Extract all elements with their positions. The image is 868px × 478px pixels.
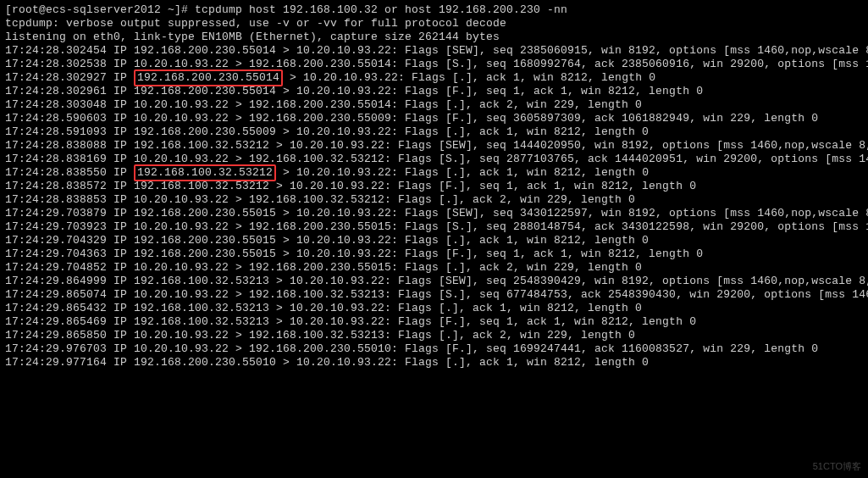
- terminal-line: 17:24:29.703879 IP 192.168.200.230.55015…: [5, 207, 863, 220]
- terminal-line: 17:24:28.838572 IP 192.168.100.32.53212 …: [5, 180, 863, 193]
- terminal-line: 17:24:29.865469 IP 192.168.100.32.53213 …: [5, 315, 863, 329]
- terminal-line: 17:24:28.838088 IP 192.168.100.32.53212 …: [5, 139, 863, 153]
- highlighted-host-port: 192.168.100.32.53212: [134, 164, 276, 181]
- line-prefix: 17:24:28.302927 IP: [5, 71, 134, 84]
- terminal-line: 17:24:28.591093 IP 192.168.200.230.55009…: [5, 125, 863, 139]
- terminal-line: 17:24:29.703923 IP 10.20.10.93.22 > 192.…: [5, 220, 863, 234]
- terminal-line: 17:24:28.838550 IP 192.168.100.32.53212 …: [5, 166, 863, 180]
- watermark: 51CTO博客: [813, 459, 861, 473]
- line-suffix: > 10.20.10.93.22: Flags [.], ack 1, win …: [276, 166, 649, 179]
- terminal-line: 17:24:29.704363 IP 192.168.200.230.55015…: [5, 247, 863, 261]
- terminal-line: 17:24:28.590603 IP 10.20.10.93.22 > 192.…: [5, 112, 863, 125]
- terminal-line: tcpdump: verbose output suppressed, use …: [5, 17, 863, 31]
- terminal-line: 17:24:28.302961 IP 192.168.200.230.55014…: [5, 85, 863, 98]
- terminal-line: [root@ecs-sqlserver2012 ~]# tcpdump host…: [5, 3, 863, 17]
- terminal-line: listening on eth0, link-type EN10MB (Eth…: [5, 31, 863, 44]
- terminal-line: 17:24:28.302927 IP 192.168.200.230.55014…: [5, 71, 863, 85]
- terminal-line: 17:24:28.838853 IP 10.20.10.93.22 > 192.…: [5, 193, 863, 207]
- terminal-line: 17:24:28.302454 IP 192.168.200.230.55014…: [5, 44, 863, 58]
- line-suffix: > 10.20.10.93.22: Flags [.], ack 1, win …: [283, 71, 655, 84]
- terminal-line: 17:24:29.865074 IP 10.20.10.93.22 > 192.…: [5, 288, 863, 302]
- terminal-output[interactable]: [root@ecs-sqlserver2012 ~]# tcpdump host…: [0, 0, 868, 373]
- terminal-line: 17:24:29.977164 IP 192.168.200.230.55010…: [5, 356, 863, 370]
- terminal-line: 17:24:29.864999 IP 192.168.100.32.53213 …: [5, 275, 863, 288]
- terminal-line: 17:24:29.704329 IP 192.168.200.230.55015…: [5, 234, 863, 247]
- terminal-line: 17:24:29.976703 IP 10.20.10.93.22 > 192.…: [5, 342, 863, 356]
- highlighted-host-port: 192.168.200.230.55014: [134, 69, 283, 86]
- terminal-line: 17:24:29.865850 IP 10.20.10.93.22 > 192.…: [5, 329, 863, 342]
- terminal-line: 17:24:28.303048 IP 10.20.10.93.22 > 192.…: [5, 98, 863, 112]
- line-prefix: 17:24:28.838550 IP: [5, 166, 134, 179]
- terminal-line: 17:24:29.704852 IP 10.20.10.93.22 > 192.…: [5, 261, 863, 275]
- terminal-line: 17:24:29.865432 IP 192.168.100.32.53213 …: [5, 302, 863, 315]
